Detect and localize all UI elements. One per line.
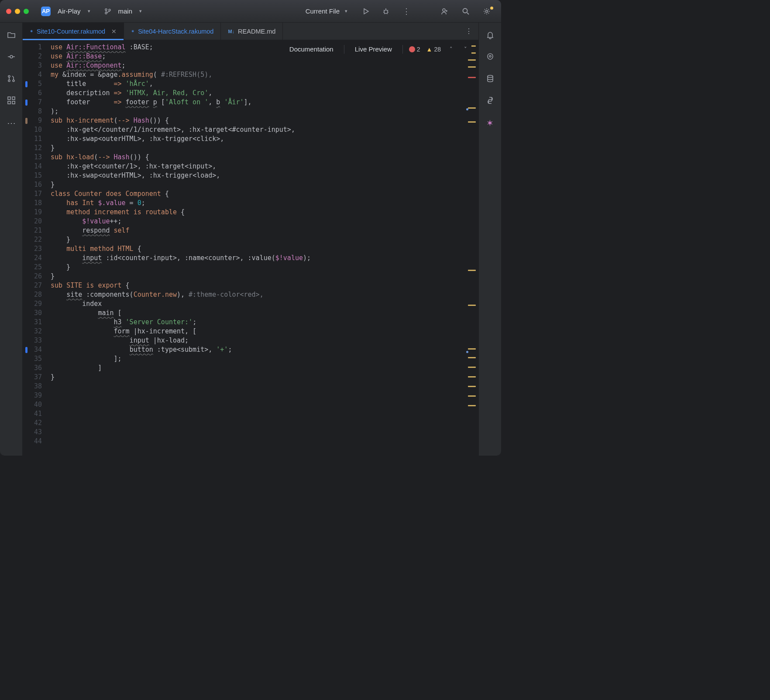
debug-icon[interactable]	[378, 6, 394, 17]
code-line[interactable]: method increment is routable {	[51, 208, 311, 217]
error-stripe-mark[interactable]	[468, 395, 476, 397]
code-line[interactable]: $!value++;	[51, 217, 311, 226]
line-number[interactable]: 15	[23, 171, 45, 180]
prev-highlight-icon[interactable]: ˄	[447, 45, 455, 53]
live-preview-link[interactable]: Live Preview	[351, 45, 396, 54]
line-number[interactable]: 43	[23, 428, 45, 437]
line-number[interactable]: 6	[23, 89, 45, 98]
code-line[interactable]: has Int $.value = 0;	[51, 199, 311, 208]
code-line[interactable]: h3 'Server Counter:';	[51, 318, 311, 327]
line-number[interactable]: 12	[23, 144, 45, 153]
line-number[interactable]: 11	[23, 134, 45, 144]
code-line[interactable]: :hx-swap<outerHTML>, :hx-trigger<load>,	[51, 171, 311, 180]
code-line[interactable]: }	[51, 235, 311, 244]
error-stripe-mark[interactable]	[468, 121, 476, 123]
settings-icon[interactable]	[478, 6, 495, 17]
code-editor[interactable]: 1234567891011121314151617181920212223242…	[23, 40, 478, 446]
error-stripe-mark[interactable]	[468, 367, 476, 368]
notifications-icon[interactable]	[483, 28, 497, 42]
line-number[interactable]: 36	[23, 364, 45, 373]
error-stripe-mark[interactable]	[468, 305, 476, 306]
error-stripe-mark[interactable]	[468, 59, 476, 61]
tab-readme[interactable]: M↓ README.md	[221, 23, 283, 40]
line-number[interactable]: 17	[23, 189, 45, 199]
maximize-icon[interactable]	[24, 9, 29, 14]
code-line[interactable]: footer => footer p ['Aloft on ', b 'Åir'…	[51, 98, 311, 107]
line-number[interactable]: 35	[23, 354, 45, 364]
error-stripe-mark[interactable]	[468, 405, 476, 406]
error-stripe-mark[interactable]	[468, 77, 476, 78]
chevron-down-icon[interactable]: ▾	[88, 8, 90, 14]
error-count[interactable]: 2	[409, 46, 420, 53]
code-line[interactable]: input |hx-load;	[51, 336, 311, 345]
code-line[interactable]: class Counter does Component {	[51, 189, 311, 199]
line-number[interactable]: 30	[23, 309, 45, 318]
code-line[interactable]: }	[51, 373, 311, 382]
line-number[interactable]: 41	[23, 409, 45, 419]
project-badge[interactable]: AP	[41, 7, 51, 16]
code-line[interactable]: ]	[51, 364, 311, 373]
line-number[interactable]: 3	[23, 61, 45, 70]
code-line[interactable]: sub SITE is export {	[51, 281, 311, 290]
code-line[interactable]: input :id<counter-input>, :name<counter>…	[51, 254, 311, 263]
chevron-down-icon[interactable]: ▾	[139, 8, 142, 14]
code-line[interactable]: multi method HTML {	[51, 244, 311, 254]
code-line[interactable]: :hx-swap<outerHTML>, :hx-trigger<click>,	[51, 134, 311, 144]
line-number[interactable]: 31	[23, 318, 45, 327]
line-number[interactable]: 39	[23, 391, 45, 400]
code-line[interactable]: my &index = &page.assuming( #:REFRESH(5)…	[51, 70, 311, 79]
line-number[interactable]: 33	[23, 336, 45, 345]
run-config-selector[interactable]: Current File ▾	[302, 6, 354, 17]
code-line[interactable]: sub hx-increment(--> Hash()) {	[51, 116, 311, 125]
error-stripe-mark[interactable]	[468, 348, 476, 350]
code-line[interactable]: description => 'HTMX, Air, Red, Cro',	[51, 89, 311, 98]
code-line[interactable]: title => 'hÅrc',	[51, 79, 311, 89]
code-line[interactable]: :hx-get</counter/1/increment>, :hx-targe…	[51, 125, 311, 134]
error-stripe-mark[interactable]	[468, 66, 476, 68]
database-icon[interactable]	[483, 72, 497, 86]
error-stripe-mark[interactable]	[466, 108, 468, 110]
code-line[interactable]: main [	[51, 309, 311, 318]
warning-count[interactable]: ▲ 28	[426, 46, 441, 53]
line-number[interactable]: 40	[23, 400, 45, 409]
line-number[interactable]: 16	[23, 180, 45, 189]
line-number[interactable]: 26	[23, 272, 45, 281]
line-number[interactable]: 1	[23, 43, 45, 52]
line-number[interactable]: 2	[23, 52, 45, 61]
next-highlight-icon[interactable]: ˅	[461, 45, 470, 53]
branch-icon[interactable]	[104, 8, 111, 15]
run-icon[interactable]	[358, 6, 374, 17]
project-icon[interactable]	[4, 28, 18, 42]
code-line[interactable]: :hx-get<counter/1>, :hx-target<input>,	[51, 162, 311, 171]
code-line[interactable]: }	[51, 263, 311, 272]
structure-icon[interactable]	[4, 93, 18, 107]
python-console-icon[interactable]	[483, 93, 497, 107]
close-tab-icon[interactable]: ✕	[111, 28, 117, 35]
butterfly-icon[interactable]: ✶	[484, 115, 496, 131]
minimize-icon[interactable]	[15, 9, 20, 14]
line-number[interactable]: 4	[23, 70, 45, 79]
commit-icon[interactable]	[4, 50, 18, 64]
tab-site04-harcstack[interactable]: ✶ Site04-HarcStack.rakumod	[124, 23, 221, 40]
line-number[interactable]: 14	[23, 162, 45, 171]
search-icon[interactable]	[457, 6, 474, 17]
line-number[interactable]: 25	[23, 263, 45, 272]
line-number[interactable]: 21	[23, 226, 45, 235]
code-line[interactable]: }	[51, 180, 311, 189]
code-line[interactable]: }	[51, 144, 311, 153]
line-number[interactable]: 27	[23, 281, 45, 290]
code-line[interactable]: index	[51, 299, 311, 309]
error-stripe-mark[interactable]	[468, 107, 476, 109]
line-number[interactable]: 23	[23, 244, 45, 254]
line-number[interactable]: 44	[23, 437, 45, 446]
tab-site10-counter[interactable]: ✶ Site10-Counter.rakumod ✕	[23, 23, 124, 40]
line-number[interactable]: 38	[23, 382, 45, 391]
line-number[interactable]: 32	[23, 327, 45, 336]
code-line[interactable]: sub hx-load(--> Hash()) {	[51, 153, 311, 162]
code-with-me-icon[interactable]	[437, 6, 453, 17]
pull-requests-icon[interactable]	[4, 72, 18, 86]
code-line[interactable]: button :type<submit>, '+';	[51, 345, 311, 354]
gutter[interactable]: 1234567891011121314151617181920212223242…	[23, 43, 50, 446]
code-line[interactable]: site :components(Counter.new), #:theme-c…	[51, 290, 311, 299]
line-number[interactable]: 24	[23, 254, 45, 263]
